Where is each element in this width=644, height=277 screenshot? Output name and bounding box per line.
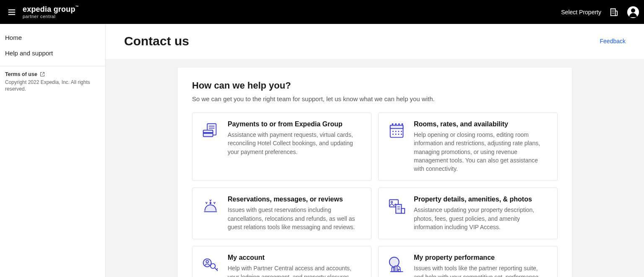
topic-title: My property performance bbox=[414, 254, 549, 261]
help-heading: How can we help you? bbox=[192, 80, 558, 91]
topic-desc: Issues with tools like the partner repor… bbox=[414, 264, 549, 277]
sidebar-separator bbox=[0, 66, 105, 66]
topic-card-property-details[interactable]: Property details, amenities, & photos As… bbox=[378, 188, 558, 239]
terms-label: Terms of use bbox=[5, 71, 37, 77]
hamburger-icon bbox=[7, 8, 16, 17]
svg-rect-20 bbox=[390, 125, 403, 129]
svg-rect-46 bbox=[395, 266, 397, 272]
payments-icon bbox=[201, 121, 220, 141]
page-title: Contact us bbox=[124, 34, 189, 48]
svg-line-44 bbox=[397, 265, 401, 269]
user-avatar-button[interactable] bbox=[627, 6, 639, 18]
hamburger-menu-button[interactable] bbox=[3, 4, 20, 21]
svg-point-35 bbox=[391, 201, 393, 203]
svg-rect-39 bbox=[402, 209, 405, 214]
svg-point-23 bbox=[398, 123, 400, 125]
svg-rect-18 bbox=[203, 132, 213, 134]
select-property-button[interactable]: Select Property bbox=[561, 9, 601, 16]
external-link-icon bbox=[40, 72, 45, 77]
topic-desc: Help opening or closing rooms, editing r… bbox=[414, 131, 549, 173]
account-key-icon bbox=[201, 255, 220, 274]
topic-card-rooms-rates[interactable]: Rooms, rates, and availability Help open… bbox=[378, 112, 558, 181]
brand-logo[interactable]: expedia group™ partner central bbox=[23, 5, 79, 19]
topic-card-reservations[interactable]: Reservations, messages, or reviews Issue… bbox=[192, 188, 371, 239]
chart-magnify-icon bbox=[387, 255, 406, 274]
copyright-text: Copyright 2022 Expedia, Inc. All rights … bbox=[0, 77, 105, 92]
svg-point-21 bbox=[392, 123, 394, 125]
help-panel: How can we help you? So we can get you t… bbox=[178, 68, 572, 277]
topic-cards: Payments to or from Expedia Group Assist… bbox=[192, 112, 558, 277]
top-bar: expedia group™ partner central Select Pr… bbox=[0, 0, 644, 24]
help-subheading: So we can get you to the right team for … bbox=[192, 95, 558, 102]
topic-desc: Help with Partner Central access and acc… bbox=[228, 264, 363, 277]
svg-point-29 bbox=[392, 133, 394, 135]
brand-name: expedia group™ bbox=[23, 5, 79, 13]
svg-point-30 bbox=[395, 133, 397, 135]
topic-card-property-performance[interactable]: My property performance Issues with tool… bbox=[378, 246, 558, 277]
sidebar-item-help[interactable]: Help and support bbox=[0, 45, 105, 61]
property-switcher-button[interactable] bbox=[608, 6, 620, 18]
brand-subtitle: partner central bbox=[23, 14, 79, 19]
title-bar: Contact us Feedback bbox=[106, 24, 644, 59]
topic-title: Payments to or from Expedia Group bbox=[228, 120, 363, 128]
svg-point-26 bbox=[395, 131, 397, 132]
topic-title: Property details, amenities, & photos bbox=[414, 196, 549, 203]
main-content: Contact us Feedback How can we help you?… bbox=[106, 24, 644, 277]
topic-card-payments[interactable]: Payments to or from Expedia Group Assist… bbox=[192, 112, 371, 181]
svg-point-32 bbox=[401, 133, 402, 135]
sidebar-item-home[interactable]: Home bbox=[0, 30, 105, 45]
svg-rect-45 bbox=[392, 268, 394, 272]
topic-card-my-account[interactable]: My account Help with Partner Central acc… bbox=[192, 246, 371, 277]
svg-rect-3 bbox=[611, 8, 615, 16]
svg-point-31 bbox=[398, 133, 399, 135]
svg-rect-33 bbox=[210, 202, 211, 204]
topic-title: Rooms, rates, and availability bbox=[414, 120, 549, 128]
svg-point-25 bbox=[392, 131, 394, 132]
topic-title: Reservations, messages, or reviews bbox=[228, 196, 363, 203]
sidebar: Home Help and support Terms of use Copyr… bbox=[0, 24, 106, 277]
calendar-icon bbox=[387, 121, 406, 141]
svg-point-24 bbox=[402, 123, 403, 125]
svg-point-28 bbox=[401, 131, 402, 132]
topic-desc: Issues with guest reservations including… bbox=[228, 206, 363, 231]
svg-point-27 bbox=[398, 131, 399, 132]
topic-desc: Assistance updating your property descri… bbox=[414, 206, 549, 231]
photo-building-icon bbox=[387, 196, 406, 216]
terms-of-use-link[interactable]: Terms of use bbox=[0, 71, 105, 77]
topic-desc: Assistance with payment requests, virtua… bbox=[228, 131, 363, 156]
building-icon bbox=[609, 8, 618, 17]
svg-point-22 bbox=[395, 123, 397, 125]
service-bell-icon bbox=[201, 196, 220, 216]
topic-title: My account bbox=[228, 254, 363, 261]
feedback-link[interactable]: Feedback bbox=[600, 38, 626, 44]
